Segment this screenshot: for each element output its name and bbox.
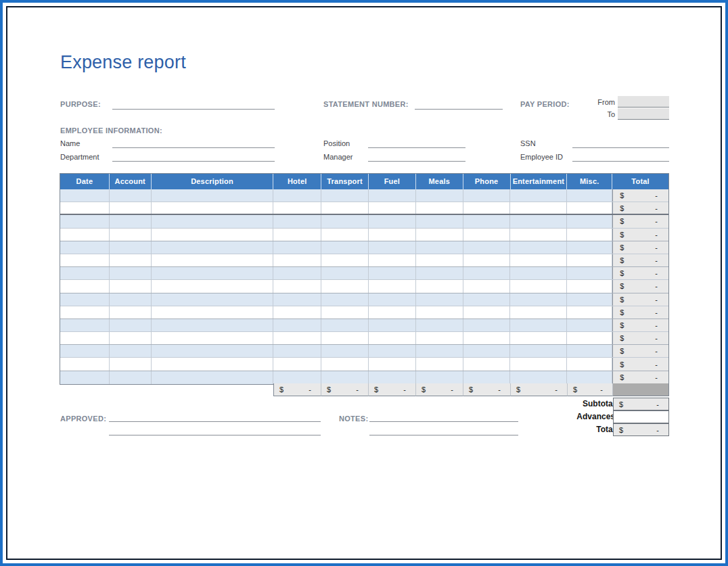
expense-cell-misc[interactable] <box>567 202 612 214</box>
expense-cell-description[interactable] <box>152 267 274 279</box>
expense-cell-fuel[interactable] <box>369 254 416 266</box>
expense-cell-account[interactable] <box>110 293 152 306</box>
expense-cell-misc[interactable] <box>567 241 612 254</box>
expense-cell-description[interactable] <box>152 332 274 344</box>
expense-cell-date[interactable] <box>60 215 110 227</box>
expense-cell-entertainment[interactable] <box>510 267 567 279</box>
expense-cell-phone[interactable] <box>463 189 511 202</box>
advances-input-cell[interactable] <box>613 410 669 423</box>
expense-cell-meals[interactable] <box>416 267 463 279</box>
expense-cell-phone[interactable] <box>463 267 511 279</box>
pay-period-from-input[interactable] <box>618 96 669 108</box>
expense-cell-hotel[interactable] <box>273 306 321 319</box>
expense-cell-account[interactable] <box>110 215 152 227</box>
expense-cell-transport[interactable] <box>321 319 369 331</box>
expense-cell-date[interactable] <box>60 189 110 202</box>
manager-input[interactable] <box>368 151 465 162</box>
expense-cell-description[interactable] <box>152 229 274 241</box>
expense-cell-transport[interactable] <box>321 267 369 279</box>
expense-cell-meals[interactable] <box>416 189 463 202</box>
expense-cell-date[interactable] <box>60 293 110 306</box>
expense-cell-account[interactable] <box>110 345 152 357</box>
expense-cell-hotel[interactable] <box>273 319 321 331</box>
expense-cell-date[interactable] <box>60 280 110 292</box>
expense-cell-hotel[interactable] <box>273 371 321 384</box>
expense-cell-description[interactable] <box>152 371 274 384</box>
expense-cell-account[interactable] <box>110 358 152 370</box>
expense-cell-account[interactable] <box>110 202 152 214</box>
purpose-input[interactable] <box>112 99 275 110</box>
expense-cell-phone[interactable] <box>463 306 511 319</box>
expense-cell-phone[interactable] <box>463 371 511 384</box>
expense-cell-entertainment[interactable] <box>510 215 567 227</box>
expense-cell-meals[interactable] <box>416 345 463 357</box>
expense-cell-account[interactable] <box>110 332 152 344</box>
expense-cell-transport[interactable] <box>321 189 369 202</box>
expense-cell-date[interactable] <box>60 371 110 384</box>
expense-cell-hotel[interactable] <box>273 267 321 279</box>
expense-cell-entertainment[interactable] <box>510 280 567 292</box>
expense-cell-misc[interactable] <box>567 215 612 227</box>
expense-cell-date[interactable] <box>60 254 110 266</box>
expense-cell-date[interactable] <box>60 345 110 357</box>
expense-cell-date[interactable] <box>60 267 110 279</box>
expense-cell-fuel[interactable] <box>369 293 416 306</box>
expense-cell-fuel[interactable] <box>369 189 416 202</box>
expense-cell-misc[interactable] <box>567 254 612 266</box>
expense-cell-entertainment[interactable] <box>510 306 567 319</box>
pay-period-to-input[interactable] <box>618 108 669 120</box>
expense-cell-entertainment[interactable] <box>510 254 567 266</box>
expense-cell-fuel[interactable] <box>369 241 416 254</box>
expense-cell-meals[interactable] <box>416 319 463 331</box>
expense-cell-hotel[interactable] <box>273 215 321 227</box>
name-input[interactable] <box>112 138 275 148</box>
expense-cell-description[interactable] <box>152 293 274 306</box>
expense-cell-description[interactable] <box>152 189 274 202</box>
expense-cell-hotel[interactable] <box>273 345 321 357</box>
expense-cell-fuel[interactable] <box>369 345 416 357</box>
expense-cell-phone[interactable] <box>463 280 511 292</box>
expense-cell-date[interactable] <box>60 332 110 344</box>
expense-cell-transport[interactable] <box>321 215 369 227</box>
expense-cell-misc[interactable] <box>567 371 612 384</box>
expense-cell-account[interactable] <box>110 319 152 331</box>
expense-cell-entertainment[interactable] <box>510 345 567 357</box>
expense-cell-account[interactable] <box>110 241 152 254</box>
expense-cell-meals[interactable] <box>416 254 463 266</box>
expense-cell-meals[interactable] <box>416 371 463 384</box>
expense-cell-transport[interactable] <box>321 254 369 266</box>
expense-cell-meals[interactable] <box>416 358 463 370</box>
department-input[interactable] <box>112 151 275 162</box>
expense-cell-meals[interactable] <box>416 293 463 306</box>
expense-cell-transport[interactable] <box>321 229 369 241</box>
expense-cell-description[interactable] <box>152 254 274 266</box>
expense-cell-hotel[interactable] <box>273 241 321 254</box>
expense-cell-entertainment[interactable] <box>510 332 567 344</box>
expense-cell-misc[interactable] <box>567 280 612 292</box>
expense-cell-fuel[interactable] <box>369 202 416 214</box>
expense-cell-misc[interactable] <box>567 306 612 319</box>
expense-cell-meals[interactable] <box>416 306 463 319</box>
expense-cell-entertainment[interactable] <box>510 371 567 384</box>
expense-cell-description[interactable] <box>152 241 274 254</box>
expense-cell-date[interactable] <box>60 202 110 214</box>
expense-cell-hotel[interactable] <box>273 280 321 292</box>
expense-cell-phone[interactable] <box>463 215 511 227</box>
expense-cell-account[interactable] <box>110 267 152 279</box>
expense-cell-phone[interactable] <box>463 293 511 306</box>
expense-cell-description[interactable] <box>152 202 274 214</box>
expense-cell-entertainment[interactable] <box>510 229 567 241</box>
expense-cell-transport[interactable] <box>321 371 369 384</box>
expense-cell-misc[interactable] <box>567 332 612 344</box>
expense-cell-hotel[interactable] <box>273 202 321 214</box>
expense-cell-description[interactable] <box>152 319 274 331</box>
expense-cell-hotel[interactable] <box>273 189 321 202</box>
position-input[interactable] <box>368 138 465 148</box>
expense-cell-date[interactable] <box>60 306 110 319</box>
expense-cell-misc[interactable] <box>567 293 612 306</box>
notes-line-2[interactable] <box>369 425 518 435</box>
expense-cell-transport[interactable] <box>321 345 369 357</box>
expense-cell-transport[interactable] <box>321 241 369 254</box>
expense-cell-date[interactable] <box>60 358 110 370</box>
expense-cell-transport[interactable] <box>321 332 369 344</box>
